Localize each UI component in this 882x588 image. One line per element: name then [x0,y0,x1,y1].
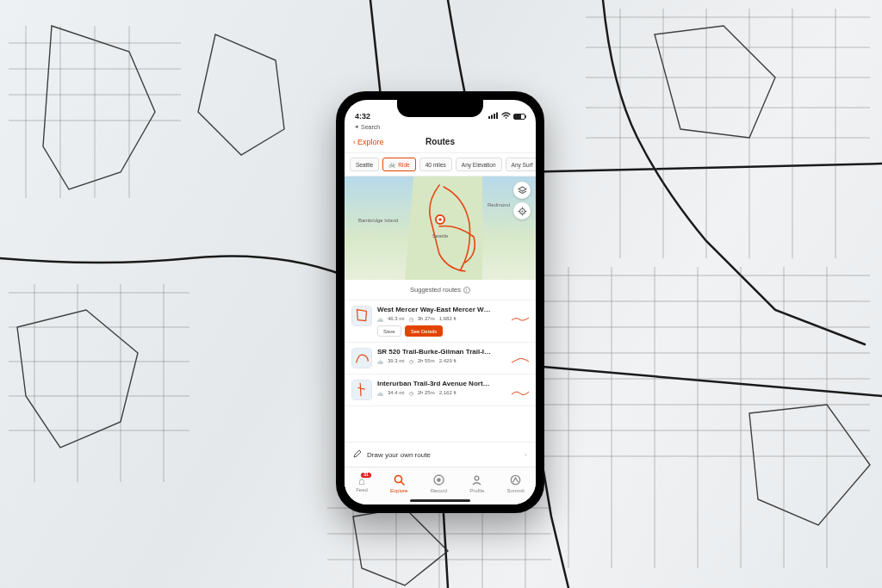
back-button[interactable]: ‹ Explore [353,138,384,146]
route-card[interactable]: SR 520 Trail-Burke-Gilman Trail-I… 🚲39.3… [345,343,536,374]
map-view[interactable]: Bainbridge Island Redmond Seattle [345,176,536,280]
feed-badge: 31 [361,473,371,478]
route-info: SR 520 Trail-Burke-Gilman Trail-I… 🚲39.3… [377,348,529,368]
svg-rect-1 [491,115,493,120]
filter-elevation-chip[interactable]: Any Elevation [456,158,502,171]
svg-point-4 [506,117,507,119]
filter-bar[interactable]: Seattle 🚲Ride 40 miles Any Elevation Any… [345,153,536,176]
clock-icon: ◷ [409,390,413,396]
signal-icon [488,112,499,121]
map-poi-label: Bainbridge Island [358,218,398,223]
phone-frame: 4:32 ◂ Search ‹ Explore Routes [336,91,544,513]
svg-line-17 [401,481,403,484]
filter-activity-chip[interactable]: 🚲Ride [382,158,415,171]
return-to-app[interactable]: ◂ Search [345,122,536,131]
profile-icon [471,474,482,487]
save-button[interactable]: Save [377,325,401,337]
tab-profile[interactable]: Profile [469,474,484,493]
map-layers-button[interactable] [513,182,531,199]
record-icon [433,474,444,487]
route-thumbnail [351,348,372,368]
map-poi-label: Redmond [488,202,510,207]
bicycle-icon: 🚲 [377,316,383,322]
draw-label: Draw your own route [367,451,431,459]
pencil-icon [353,449,362,460]
route-thumbnail [351,306,372,326]
chevron-right-icon: › [525,451,527,459]
filter-surface-chip[interactable]: Any Surf [506,158,536,171]
elevation-sparkline [512,315,529,322]
svg-rect-2 [494,114,495,119]
clock-icon: ◷ [409,358,413,364]
route-actions: Save See Details [377,325,529,337]
bicycle-icon: 🚲 [377,358,383,364]
route-title: Interurban Trail-3rd Avenue Nort… [377,380,529,387]
svg-rect-0 [488,116,490,119]
svg-rect-13 [352,306,371,325]
chevron-left-icon: ‹ [353,138,356,146]
see-details-button[interactable]: See Details [405,325,444,337]
route-thumbnail [351,380,372,400]
svg-rect-14 [352,349,371,368]
home-indicator[interactable] [410,499,470,502]
page-title: Routes [425,137,455,146]
map-center-label: Seattle [432,233,449,238]
route-meta: 🚲46.3 mi ◷3h 27m 1,682 ft [377,315,529,322]
route-list[interactable]: West Mercer Way-East Mercer W… 🚲46.3 mi … [345,300,536,442]
chevron-left-icon: ◂ [355,123,358,130]
route-info: West Mercer Way-East Mercer W… 🚲46.3 mi … [377,306,529,337]
elevation-sparkline [512,357,529,364]
tab-summit[interactable]: Summit [507,474,525,493]
suggested-label: Suggested routes [410,286,461,294]
filter-distance-chip[interactable]: 40 miles [419,158,452,171]
tab-explore[interactable]: Explore [390,474,407,493]
notch [397,100,483,117]
bicycle-icon: 🚲 [377,390,383,396]
elevation-sparkline [512,389,529,396]
suggested-routes-header: Suggested routes i [345,280,536,300]
clock-icon: ◷ [409,316,413,322]
phone-screen: 4:32 ◂ Search ‹ Explore Routes [345,100,536,504]
map-center-pin [434,214,446,232]
status-time: 4:32 [355,112,370,121]
route-meta: 🚲39.3 mi ◷2h 55m 2,429 ft [377,357,529,364]
svg-point-20 [475,476,479,480]
tab-feed[interactable]: ⌂31 Feed [356,475,368,492]
svg-point-8 [521,210,523,212]
route-title: SR 520 Trail-Burke-Gilman Trail-I… [377,348,529,356]
status-icons [488,112,525,121]
draw-route-button[interactable]: Draw your own route › [345,442,536,467]
svg-rect-15 [352,381,371,399]
route-card[interactable]: West Mercer Way-East Mercer W… 🚲46.3 mi … [345,300,536,343]
map-locate-button[interactable] [513,202,531,220]
layers-icon [518,186,527,195]
route-card[interactable]: Interurban Trail-3rd Avenue Nort… 🚲34.4 … [345,374,536,406]
filter-location-chip[interactable]: Seattle [350,158,379,171]
tab-record[interactable]: Record [431,474,447,493]
summit-icon [510,474,521,487]
wifi-icon [501,112,511,121]
route-title: West Mercer Way-East Mercer W… [377,306,529,313]
return-to-label: Search [361,124,380,130]
svg-point-19 [437,478,440,481]
info-icon[interactable]: i [463,287,470,294]
svg-rect-3 [496,113,498,120]
nav-header: ‹ Explore Routes [345,131,536,153]
locate-icon [518,207,527,216]
bicycle-icon: 🚲 [388,161,396,168]
route-info: Interurban Trail-3rd Avenue Nort… 🚲34.4 … [377,380,529,400]
battery-icon [513,114,525,120]
home-icon: ⌂31 [358,475,365,486]
svg-point-6 [438,218,442,221]
route-meta: 🚲34.4 mi ◷2h 25m 2,162 ft [377,389,529,396]
search-icon [394,474,405,487]
back-label: Explore [357,138,384,146]
